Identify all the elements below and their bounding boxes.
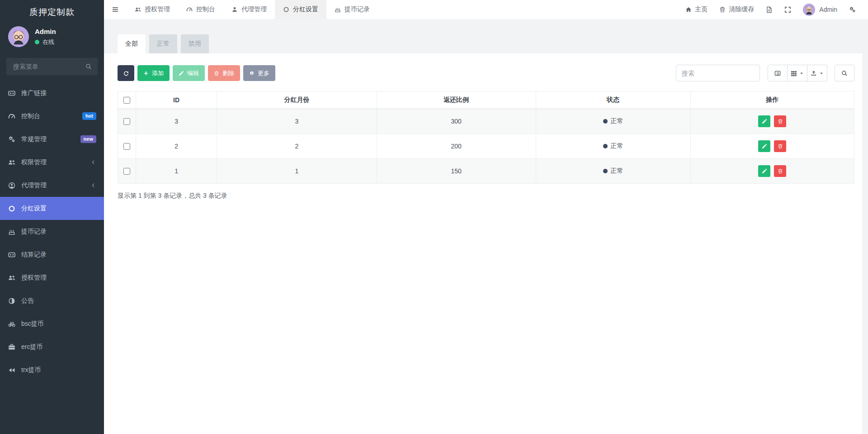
edit-button[interactable]: 编辑 [173,65,205,81]
user-status-label: 在线 [42,38,54,46]
pencil-icon [762,168,767,174]
column-header: 操作 [690,91,854,109]
sidebar-item[interactable]: 代理管理 [0,174,104,197]
filter-tab[interactable]: 正常 [149,34,177,53]
fullscreen-icon[interactable] [778,6,797,13]
row-checkbox[interactable] [123,118,130,125]
menu-toggle-button[interactable] [104,0,127,19]
avatar [8,26,29,47]
gauge-icon [8,113,16,120]
sidebar-item[interactable]: 结算记录 [0,243,104,266]
trash-icon [778,143,783,149]
content-panel: 添加 编辑 删除 更多 [104,53,868,434]
topbar-tab-label: 控制台 [196,5,215,14]
gears-icon [8,136,16,143]
cell-id: 3 [136,109,217,134]
topbar-tab-label: 提币记录 [344,5,370,14]
topbar-tab[interactable]: 提币记录 [326,0,378,19]
status-dot-icon [603,119,608,124]
cell-status: 正常 [536,159,690,184]
clear-cache-link[interactable]: 清除缓存 [713,5,760,14]
add-button[interactable]: 添加 [137,65,170,81]
table-search-input[interactable] [676,65,760,81]
user-menu[interactable]: Admin [797,4,843,16]
row-delete-button[interactable] [774,165,786,177]
sidebar-item[interactable]: trx提币 [0,358,104,382]
pencil-icon [179,71,184,76]
topbar-tab-label: 授权管理 [145,5,170,14]
status-dot-icon [603,144,608,148]
sidebar-item[interactable]: 控制台 hot [0,105,104,128]
toolbar-buttons: 添加 编辑 删除 更多 [118,65,275,81]
row-edit-button[interactable] [758,140,770,152]
search-toggle-button[interactable] [835,65,854,81]
sidebar-menu: 推广链接 控制台 hot 常规管理 new 权限管理 [0,81,104,382]
sidebar-item-label: erc提币 [21,343,42,351]
row-delete-button[interactable] [774,115,786,127]
sidebar-item[interactable]: 公告 [0,289,104,312]
column-header: 分红月份 [217,91,377,109]
menu-badge: new [80,135,96,143]
status-label: 正常 [611,167,623,174]
delete-button[interactable]: 删除 [208,65,240,81]
document-icon[interactable] [760,6,778,13]
trash-icon [719,6,726,13]
export-button[interactable] [807,65,827,81]
filter-tab[interactable]: 全部 [118,34,146,53]
status-dot-icon [603,169,608,173]
topbar-tab[interactable]: 授权管理 [127,0,178,19]
user-status: 在线 [35,38,56,46]
scrollbar[interactable] [862,19,868,434]
sidebar-item-label: 提币记录 [21,228,47,236]
sidebar-item-label: trx提币 [21,366,41,374]
select-all-checkbox[interactable] [123,97,130,104]
circle-icon [8,205,16,212]
backward-icon [8,367,16,374]
refresh-button[interactable] [118,65,134,81]
row-checkbox[interactable] [123,168,130,175]
topbar-tab[interactable]: 代理管理 [223,0,275,19]
row-checkbox[interactable] [123,143,130,150]
cake-icon [8,228,16,235]
menu-search-input[interactable] [12,62,85,71]
sidebar-item[interactable]: 提币记录 [0,220,104,243]
main-area: 授权管理 控制台 代理管理 分红设置 [104,0,868,434]
angle-left-icon [90,182,96,188]
more-button[interactable]: 更多 [243,65,275,81]
topbar-tabs: 授权管理 控制台 代理管理 分红设置 [127,0,378,19]
circle-icon [283,6,289,13]
trash-icon [778,168,783,174]
sidebar-item[interactable]: 分红设置 [0,197,104,220]
status-label: 正常 [611,117,623,124]
cell-month: 2 [217,134,377,159]
user-icon [231,6,238,13]
sidebar-item[interactable]: bsc提币 [0,312,104,335]
sidebar-item[interactable]: 权限管理 [0,151,104,174]
menu-search-box [6,58,98,75]
home-link[interactable]: 主页 [679,5,713,14]
avatar [803,4,815,16]
row-edit-button[interactable] [758,115,770,127]
cell-actions [690,134,854,159]
topbar-username: Admin [819,6,837,13]
sidebar-item[interactable]: 授权管理 [0,266,104,289]
view-button-group [768,65,827,81]
sidebar-item[interactable]: 推广链接 [0,81,104,105]
topbar-tab[interactable]: 分红设置 [275,0,326,19]
users-icon [8,274,16,281]
detail-view-button[interactable] [768,65,788,81]
filter-tab[interactable]: 禁用 [181,34,209,53]
table-row: 2 2 200 正常 [118,134,854,159]
user-circle-icon [8,182,16,189]
columns-button[interactable] [788,65,807,81]
cell-ratio: 200 [377,134,536,159]
row-edit-button[interactable] [758,165,770,177]
sidebar-item[interactable]: 常规管理 new [0,128,104,151]
cogs-icon[interactable] [843,6,862,13]
sidebar-item[interactable]: erc提币 [0,335,104,358]
row-delete-button[interactable] [774,140,786,152]
pencil-icon [762,143,767,149]
topbar-tab[interactable]: 控制台 [178,0,223,19]
sidebar-item-label: bsc提币 [21,320,44,328]
more-label: 更多 [258,69,269,77]
